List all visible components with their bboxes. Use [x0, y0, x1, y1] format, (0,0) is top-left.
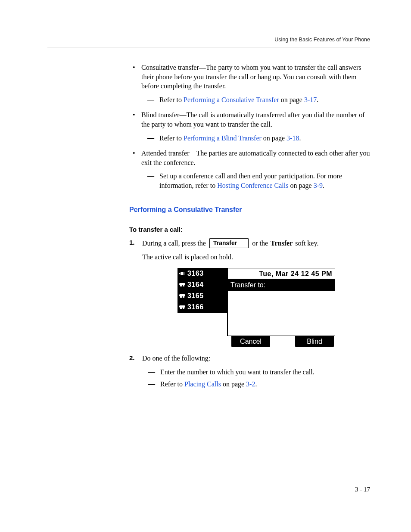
link-page-ref[interactable]: 3-2	[246, 380, 255, 388]
body-text: Refer to	[159, 134, 184, 142]
svg-rect-3	[184, 272, 184, 275]
line-number: 3165	[187, 290, 204, 302]
body-text: .	[323, 182, 324, 189]
sublist: Refer to Performing a Consulative Transf…	[141, 95, 370, 105]
svg-rect-8	[180, 296, 182, 298]
body-text: or the	[252, 239, 268, 248]
phone-icon	[178, 282, 186, 288]
body-text: on page	[262, 134, 286, 142]
phone-left-blank	[177, 313, 227, 336]
speaker-icon	[178, 271, 186, 277]
link-consulative-transfer[interactable]: Performing a Consulative Transfer	[184, 96, 279, 103]
svg-rect-11	[180, 308, 182, 309]
list-item: Refer to Placing Calls on page 3-2.	[142, 380, 370, 389]
link-page-ref[interactable]: 3-17	[304, 96, 317, 103]
body-text: Consultative transfer—The party to whom …	[141, 64, 361, 90]
phone-top: 3163 3164	[177, 268, 335, 336]
link-page-ref[interactable]: 3-18	[286, 134, 299, 142]
line-number: 3163	[187, 268, 204, 279]
phone-screenshot: 3163 3164	[177, 268, 335, 347]
transfer-types-list: Consultative transfer—The party to whom …	[129, 63, 370, 190]
body-text: on page	[221, 380, 246, 388]
link-hosting-conference[interactable]: Hosting Conference Calls	[217, 182, 288, 189]
phone-body-area	[228, 291, 335, 336]
body-text: .	[317, 96, 318, 103]
svg-rect-2	[182, 272, 183, 275]
phone-softkey-row: Cancel Blind	[177, 336, 335, 347]
body-text: .	[255, 380, 257, 388]
phone-title-bar: Transfer to:	[228, 280, 335, 291]
phone-main: Tue, Mar 24 12 45 PM Transfer to:	[228, 268, 335, 336]
body-text: Refer to	[160, 380, 184, 388]
transfer-key-graphic: Transfer	[209, 238, 249, 248]
body-text: on page	[288, 182, 313, 189]
body-text: Attended transfer—The parties are automa…	[141, 149, 370, 166]
body-text: During a call, press the	[142, 239, 206, 248]
list-item: Consultative transfer—The party to whom …	[129, 63, 370, 104]
section-heading: Performing a Consulative Transfer	[129, 205, 370, 215]
sublist: Refer to Performing a Blind Transfer on …	[141, 134, 370, 143]
svg-rect-12	[183, 308, 184, 309]
list-item: Attended transfer—The parties are automa…	[129, 149, 370, 190]
step-note: The active call is placed on hold.	[142, 252, 370, 262]
main-content: Consultative transfer—The party to whom …	[129, 63, 370, 389]
svg-rect-1	[181, 272, 182, 275]
list-item: Blind transfer—The call is automatically…	[129, 110, 370, 143]
svg-rect-7	[179, 294, 185, 296]
phone-status-bar: Tue, Mar 24 12 45 PM	[228, 268, 335, 280]
line-key: 3163	[177, 268, 227, 280]
step-item: During a call, press the Transfer or the…	[129, 238, 370, 347]
body-text: .	[299, 134, 301, 142]
link-blind-transfer[interactable]: Performing a Blind Transfer	[184, 134, 262, 142]
list-item: Set up a conference call and then end yo…	[141, 171, 370, 190]
svg-rect-6	[183, 285, 184, 286]
page-number: 3 - 17	[355, 486, 370, 493]
phone-line-keys: 3163 3164	[177, 268, 228, 336]
phone-icon	[178, 304, 186, 310]
softkey-cancel: Cancel	[231, 336, 270, 347]
phone-icon	[178, 293, 186, 299]
line-key: 3166	[177, 302, 227, 313]
procedure-steps: During a call, press the Transfer or the…	[129, 238, 370, 389]
running-head: Using the Basic Features of Your Phone	[47, 37, 370, 43]
svg-rect-10	[179, 305, 185, 308]
body-text: on page	[279, 96, 304, 103]
body-text: Do one of the following:	[142, 355, 210, 362]
line-key: 3165	[177, 291, 227, 302]
list-item: Enter the number to which you want to tr…	[142, 367, 370, 377]
line-key: 3164	[177, 280, 227, 291]
step-item: Do one of the following: Enter the numbe…	[129, 354, 370, 389]
svg-marker-0	[179, 272, 181, 275]
sublist: Set up a conference call and then end yo…	[141, 171, 370, 190]
header-rule	[47, 47, 370, 47]
line-number: 3166	[187, 302, 204, 313]
line-number: 3164	[187, 279, 204, 290]
list-item: Refer to Performing a Blind Transfer on …	[141, 134, 370, 143]
softkey-name: Trnsfer	[271, 239, 293, 248]
svg-rect-9	[183, 296, 184, 298]
svg-rect-5	[180, 285, 182, 286]
step-line: During a call, press the Transfer or the…	[142, 238, 370, 248]
body-text: Enter the number to which you want to tr…	[160, 368, 314, 376]
body-text: soft key.	[295, 239, 318, 248]
link-page-ref[interactable]: 3-9	[314, 182, 323, 189]
svg-rect-4	[179, 283, 185, 285]
body-text: Blind transfer—The call is automatically…	[141, 111, 364, 128]
link-placing-calls[interactable]: Placing Calls	[184, 380, 221, 388]
sublist: Enter the number to which you want to tr…	[142, 367, 370, 389]
procedure-heading: To transfer a call:	[129, 225, 370, 234]
softkey-blind: Blind	[295, 336, 334, 347]
body-text: Refer to	[159, 96, 184, 103]
list-item: Refer to Performing a Consulative Transf…	[141, 95, 370, 105]
